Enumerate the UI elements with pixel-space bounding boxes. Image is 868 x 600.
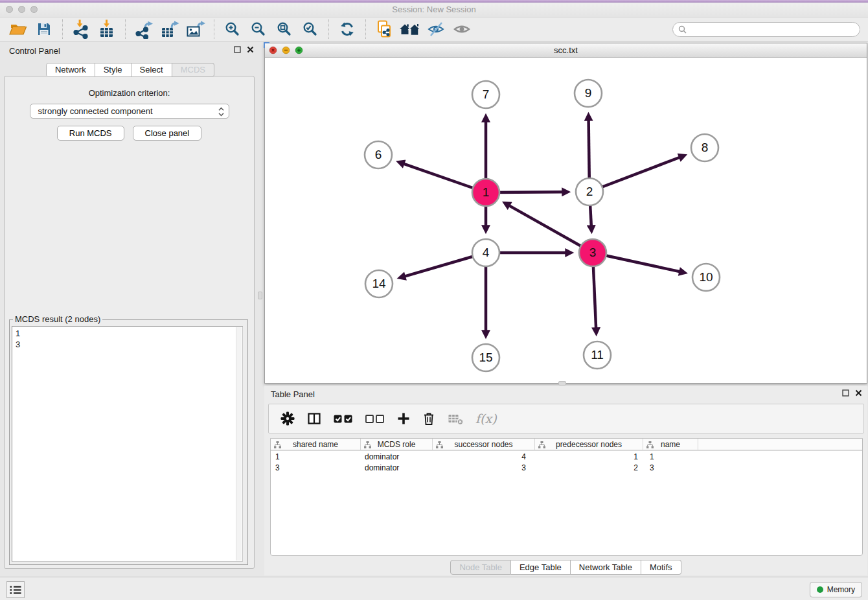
tab-network[interactable]: Network <box>46 63 95 77</box>
network-window-title: scc.txt <box>265 45 867 55</box>
table-header-row: shared nameMCDS rolesuccessor nodesprede… <box>271 439 862 451</box>
export-image-button[interactable] <box>183 19 209 40</box>
zoom-selected-button[interactable] <box>297 19 323 40</box>
memory-label: Memory <box>827 585 855 594</box>
column-header-successor-nodes[interactable]: successor nodes <box>433 439 535 450</box>
table-cell[interactable]: dominator <box>361 452 433 461</box>
table-cell[interactable]: 1 <box>535 452 643 461</box>
table-panel-tabs: Node TableEdge TableNetwork TableMotifs <box>264 560 867 575</box>
refresh-icon <box>339 21 356 38</box>
close-panel-icon[interactable] <box>855 389 862 397</box>
float-panel-icon[interactable] <box>234 46 241 53</box>
zoom-fit-button[interactable] <box>271 19 297 40</box>
export-network-button[interactable] <box>131 19 157 40</box>
graph-node-label: 15 <box>479 351 492 364</box>
tab-network-table[interactable]: Network Table <box>571 560 641 575</box>
table-row[interactable]: 1dominator411 <box>271 451 862 462</box>
import-table-button[interactable] <box>94 19 120 40</box>
show-all-button[interactable] <box>449 19 475 40</box>
task-history-button[interactable] <box>6 581 25 598</box>
graph-node-label: 2 <box>586 185 593 198</box>
table-panel: Table Panel <box>264 386 867 575</box>
hide-selected-button[interactable] <box>423 19 449 40</box>
graph-node-label: 7 <box>483 87 490 101</box>
export-network-icon <box>134 20 154 39</box>
table-cell[interactable]: 3 <box>643 463 698 472</box>
deselect-all-icon[interactable] <box>365 413 385 424</box>
split-divider-grip[interactable] <box>258 292 262 299</box>
column-type-icon <box>274 441 281 448</box>
criterion-select-value: strongly connected component <box>38 106 153 116</box>
table-cell[interactable]: 2 <box>535 463 643 472</box>
network-graph: 7968124314101511 <box>265 58 867 384</box>
column-header-predecessor-nodes[interactable]: predecessor nodes <box>535 439 643 450</box>
zoom-out-button[interactable] <box>246 19 271 40</box>
tab-edge-table[interactable]: Edge Table <box>511 560 571 575</box>
tab-mcds[interactable]: MCDS <box>172 63 214 77</box>
graph-node-label: 4 <box>483 246 490 259</box>
network-window-titlebar[interactable]: scc.txt <box>265 43 867 58</box>
graph-node-label: 9 <box>585 86 592 100</box>
open-session-button[interactable] <box>5 19 31 40</box>
column-type-icon <box>436 441 443 448</box>
memory-status-icon <box>817 586 823 593</box>
column-header-name[interactable]: name <box>643 439 698 450</box>
column-header-shared-name[interactable]: shared name <box>271 439 361 450</box>
float-panel-icon[interactable] <box>842 389 849 397</box>
settings-gear-icon[interactable] <box>280 411 295 426</box>
zoom-out-icon <box>250 21 267 38</box>
tab-select[interactable]: Select <box>131 63 172 77</box>
export-table-button[interactable] <box>157 19 183 40</box>
mcds-result-text[interactable]: 13 <box>12 326 243 562</box>
main-toolbar <box>0 17 868 41</box>
home-button[interactable] <box>397 19 423 40</box>
column-header-mcds-role[interactable]: MCDS role <box>361 439 433 450</box>
tab-motifs[interactable]: Motifs <box>641 560 681 575</box>
refresh-button[interactable] <box>334 19 360 40</box>
run-mcds-button[interactable]: Run MCDS <box>57 126 124 141</box>
table-cell[interactable]: 1 <box>271 452 361 461</box>
select-stepper-icon <box>218 107 224 121</box>
table-body: 1dominator4113dominator323 <box>271 451 862 473</box>
app-titlebar: Session: New Session <box>0 3 868 17</box>
show-columns-icon[interactable] <box>307 411 321 426</box>
table-cell[interactable]: 3 <box>433 463 535 472</box>
result-scrollbar[interactable] <box>236 327 242 560</box>
table-cell[interactable]: 3 <box>271 463 361 472</box>
select-all-icon[interactable] <box>334 413 353 424</box>
memory-button[interactable]: Memory <box>810 582 862 597</box>
save-session-button[interactable] <box>31 19 57 40</box>
column-header-filler <box>698 439 862 450</box>
close-panel-icon[interactable] <box>247 46 254 53</box>
toolbar-separator <box>214 19 214 39</box>
graph-node-label: 6 <box>375 148 382 161</box>
search-input[interactable] <box>687 25 854 34</box>
zoom-fit-icon <box>276 21 293 38</box>
add-row-icon[interactable] <box>397 412 410 425</box>
application-window: Session: New Session <box>0 0 868 600</box>
network-canvas[interactable]: 7968124314101511 <box>265 58 867 383</box>
table-row[interactable]: 3dominator323 <box>271 462 862 473</box>
status-bar: Memory <box>0 577 868 600</box>
import-network-button[interactable] <box>68 19 94 40</box>
eye-icon <box>453 21 471 37</box>
close-panel-button[interactable]: Close panel <box>133 126 202 141</box>
tab-style[interactable]: Style <box>95 63 131 77</box>
mcds-result-group: MCDS result (2 nodes) 13 <box>9 319 248 565</box>
graph-node-label: 3 <box>589 246 597 259</box>
list-icon <box>10 585 21 595</box>
criterion-select[interactable]: strongly connected component <box>30 104 229 119</box>
toolbar-separator <box>62 19 63 39</box>
mcds-panel: Optimization criterion: strongly connect… <box>4 76 255 569</box>
export-table-icon <box>160 20 179 39</box>
zoom-in-button[interactable] <box>220 19 246 40</box>
tab-node-table[interactable]: Node Table <box>450 560 511 575</box>
table-cell[interactable]: dominator <box>361 463 433 472</box>
column-type-icon <box>538 441 545 448</box>
network-from-document-button[interactable] <box>371 19 397 40</box>
delete-row-icon[interactable] <box>422 411 435 426</box>
search-box[interactable] <box>672 22 860 37</box>
table-cell[interactable]: 1 <box>643 452 698 461</box>
table-cell[interactable]: 4 <box>433 452 535 461</box>
split-divider-grip[interactable] <box>558 381 566 386</box>
